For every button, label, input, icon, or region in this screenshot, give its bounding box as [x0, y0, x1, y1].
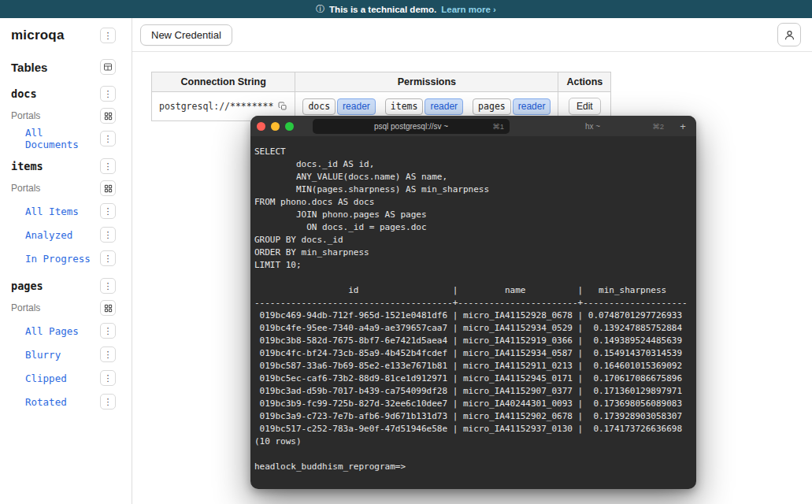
credentials-table-header: Connection String Permissions Actions [152, 72, 611, 92]
permission-table-chip: pages [473, 98, 511, 115]
terminal-body[interactable]: SELECT docs._id AS id, ANY_VALUE(docs.na… [250, 136, 696, 483]
close-window-button[interactable] [257, 122, 265, 131]
sidebar-table-section: pages ⋮ Portals All Pages ⋮ Blurry ⋮ Cli… [0, 275, 132, 413]
portal-grid-icon [104, 304, 113, 313]
portal-row: In Progress ⋮ [0, 246, 132, 270]
add-table-button[interactable] [100, 59, 116, 75]
terminal-titlebar[interactable]: psql postgresql://sv ~ ⌘1 hx ~ ⌘2 + [250, 116, 696, 136]
portal-link[interactable]: All Items [25, 206, 79, 217]
credentials-table: Connection String Permissions Actions po… [151, 72, 611, 121]
col-connection-string: Connection String [152, 72, 295, 92]
add-portal-button[interactable] [100, 108, 116, 124]
col-actions: Actions [558, 72, 611, 92]
learn-more-link[interactable]: Learn more › [441, 5, 496, 14]
portal-link[interactable]: Clipped [25, 372, 67, 384]
info-icon: ⓘ [316, 3, 324, 15]
portal-row: Clipped ⋮ [0, 366, 132, 390]
table-menu-button[interactable]: ⋮ [100, 278, 116, 294]
add-portal-button[interactable] [100, 180, 116, 196]
permission-group: pages reader [473, 98, 551, 115]
tab-psql-title: psql postgresql://sv ~ [374, 122, 448, 131]
person-icon [784, 29, 795, 41]
permission-list: docs reader items reader pages reader [302, 98, 551, 115]
portal-link[interactable]: All Documents [25, 127, 100, 150]
sidebar: microqa ⋮ Tables docs ⋮ Portals [0, 18, 132, 504]
permission-role-chip: reader [425, 98, 463, 115]
kebab-icon: ⋮ [104, 254, 113, 263]
portal-link[interactable]: In Progress [25, 253, 91, 265]
portal-menu-button[interactable]: ⋮ [100, 394, 116, 410]
permission-group: items reader [385, 98, 463, 115]
kebab-icon: ⋮ [104, 374, 113, 383]
kebab-icon: ⋮ [104, 32, 113, 40]
window-controls [257, 122, 294, 131]
portal-menu-button[interactable]: ⋮ [100, 323, 116, 339]
portal-row: Blurry ⋮ [0, 343, 132, 366]
permission-table-chip: docs [302, 98, 336, 115]
portal-link[interactable]: Blurry [25, 349, 61, 361]
kebab-icon: ⋮ [104, 90, 113, 98]
table-menu-button[interactable]: ⋮ [100, 86, 116, 102]
app-name: microqa [11, 28, 65, 43]
portals-label: Portals [11, 183, 40, 194]
portal-menu-button[interactable]: ⋮ [100, 370, 116, 386]
portal-row: All Documents ⋮ [0, 127, 132, 150]
portal-row: Rotated ⋮ [0, 390, 132, 413]
portal-menu-button[interactable]: ⋮ [100, 346, 116, 362]
banner-text: This is a technical demo. [329, 5, 436, 14]
portals-label: Portals [11, 110, 40, 121]
portal-list: All Pages ⋮ Blurry ⋮ Clipped ⋮ Rotated ⋮ [0, 319, 132, 413]
kebab-icon: ⋮ [104, 162, 113, 171]
app-menu-button[interactable]: ⋮ [100, 28, 116, 43]
portal-link[interactable]: Analyzed [25, 229, 72, 241]
portal-row: All Items ⋮ [0, 199, 132, 223]
sidebar-tables: docs ⋮ Portals All Documents ⋮ items ⋮ P… [0, 83, 132, 413]
table-menu-button[interactable]: ⋮ [100, 158, 116, 174]
account-button[interactable] [777, 23, 801, 46]
tab-hx-title: hx ~ [585, 122, 600, 131]
sidebar-table-section: docs ⋮ Portals All Documents ⋮ [0, 83, 132, 150]
kebab-icon: ⋮ [104, 327, 113, 335]
permission-role-chip: reader [513, 98, 551, 115]
portal-row: Analyzed ⋮ [0, 223, 132, 246]
col-permissions: Permissions [295, 72, 558, 92]
connection-string: postgresql://******** [159, 101, 273, 112]
add-portal-button[interactable] [100, 300, 116, 316]
portal-row: All Pages ⋮ [0, 319, 132, 343]
new-credential-button[interactable]: New Credential [140, 24, 232, 46]
portal-list: All Documents ⋮ [0, 127, 132, 150]
new-tab-button[interactable]: + [676, 120, 690, 132]
tab-hx-shortcut: ⌘2 [652, 122, 664, 131]
portals-label: Portals [11, 302, 40, 313]
tab-psql-shortcut: ⌘1 [492, 122, 504, 131]
permission-group: docs reader [302, 98, 375, 115]
toolbar: New Credential [132, 18, 812, 52]
sidebar-table-name: docs [11, 87, 37, 100]
sidebar-table-name: items [11, 160, 43, 172]
edit-button[interactable]: Edit [569, 98, 601, 115]
portal-link[interactable]: Rotated [25, 396, 67, 408]
tab-psql[interactable]: psql postgresql://sv ~ ⌘1 [313, 119, 510, 134]
portal-grid-icon [104, 112, 113, 120]
copy-icon [278, 102, 287, 111]
permission-table-chip: items [385, 98, 424, 115]
portal-menu-button[interactable]: ⋮ [100, 203, 116, 219]
tab-hx[interactable]: hx ~ ⌘2 [516, 119, 669, 134]
kebab-icon: ⋮ [104, 282, 113, 291]
kebab-icon: ⋮ [104, 350, 113, 359]
demo-banner: ⓘ This is a technical demo. Learn more › [0, 0, 812, 18]
portal-link[interactable]: All Pages [25, 325, 79, 337]
portal-menu-button[interactable]: ⋮ [100, 227, 116, 243]
kebab-icon: ⋮ [104, 398, 113, 406]
copy-button[interactable] [278, 102, 287, 111]
terminal-window[interactable]: psql postgresql://sv ~ ⌘1 hx ~ ⌘2 + SELE… [250, 116, 696, 489]
kebab-icon: ⋮ [104, 207, 113, 216]
portal-menu-button[interactable]: ⋮ [100, 250, 116, 266]
zoom-window-button[interactable] [285, 122, 294, 131]
tables-heading: Tables [11, 61, 47, 74]
sidebar-table-section: items ⋮ Portals All Items ⋮ Analyzed ⋮ I… [0, 155, 132, 270]
portal-menu-button[interactable]: ⋮ [100, 131, 116, 146]
sidebar-table-name: pages [11, 280, 43, 292]
minimize-window-button[interactable] [271, 122, 280, 131]
kebab-icon: ⋮ [104, 135, 113, 143]
